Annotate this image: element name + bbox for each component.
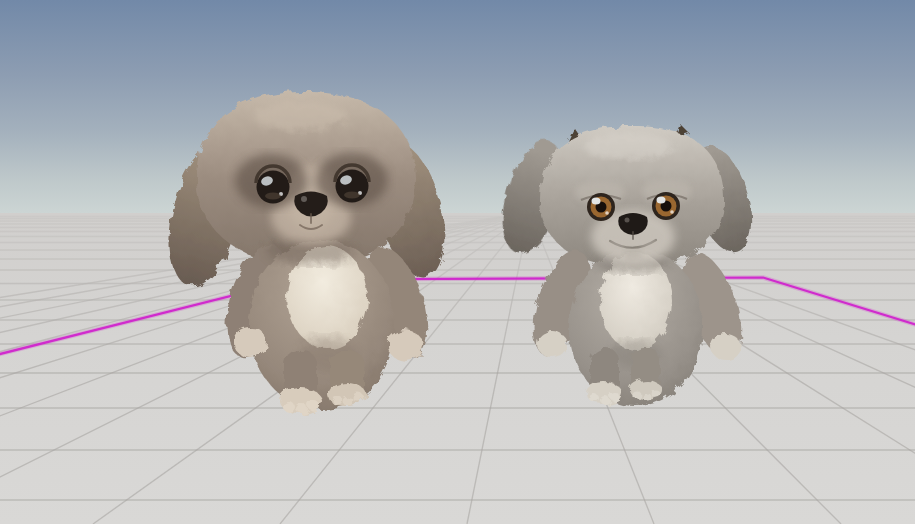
puppy-small-crown-highlight bbox=[584, 133, 672, 159]
puppy-small-right-paw bbox=[711, 334, 741, 360]
sky bbox=[0, 0, 915, 214]
puppy-small-left-eye bbox=[587, 193, 615, 221]
scene-canvas bbox=[0, 0, 915, 524]
puppy-small-right-eye bbox=[652, 192, 680, 220]
puppy-small-left-paw bbox=[537, 331, 567, 357]
puppy-large-right-eye bbox=[335, 165, 369, 203]
puppy-large-left-eye bbox=[256, 166, 290, 204]
3d-viewport[interactable] bbox=[0, 0, 915, 524]
puppy-large-crown-highlight bbox=[254, 102, 346, 130]
puppy-large-right-paw bbox=[387, 330, 423, 360]
puppy-large-left-paw bbox=[233, 327, 267, 357]
ground-plane[interactable] bbox=[0, 212, 915, 524]
